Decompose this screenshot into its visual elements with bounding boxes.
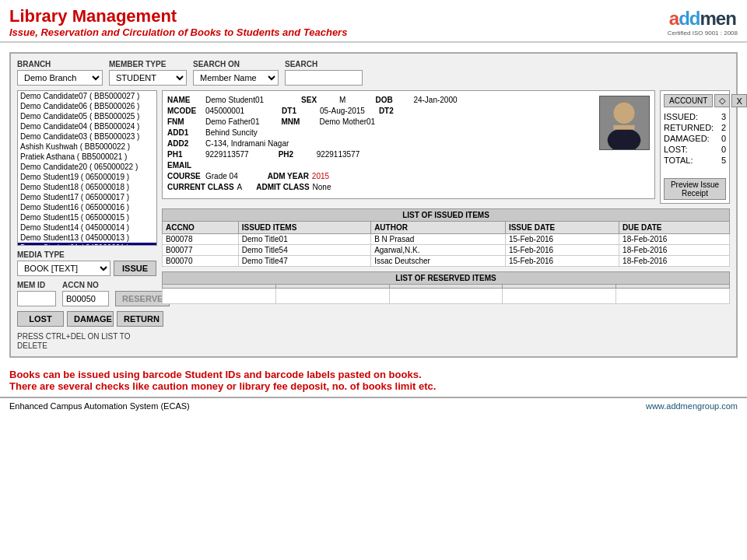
member-list-item[interactable]: Pratiek Asthana ( BB5000021 ) xyxy=(18,152,156,162)
media-type-select[interactable]: BOOK [TEXT] xyxy=(17,261,110,276)
table-row: B00077Demo Title54Agarwal,N.K.15-Feb-201… xyxy=(163,245,730,256)
mcode-value: 045000001 xyxy=(205,107,244,115)
right-panel: NAME Demo Student01 SEX M DOB 24-Jan-200… xyxy=(162,90,730,350)
email-label: EMAIL xyxy=(167,161,202,170)
branch-select[interactable]: Demo Branch xyxy=(17,70,103,86)
table-row: B00070Demo Title47Issac Deutscher15-Feb-… xyxy=(163,256,730,267)
lost-value: 0 xyxy=(721,145,726,154)
member-type-group: MEMBER TYPE STUDENT xyxy=(109,60,187,86)
col-due-date: DUE DATE xyxy=(619,222,730,234)
admit-class-value: None xyxy=(313,183,331,191)
reserved-items-table xyxy=(162,284,730,304)
mem-id-label: MEM ID xyxy=(17,281,56,289)
search-input[interactable] xyxy=(285,70,363,86)
member-list-item[interactable]: Demo Candidate20 ( 065000022 ) xyxy=(18,162,156,172)
dob-label: DOB xyxy=(375,96,410,104)
member-list-item[interactable]: Demo Candidate04 ( BB5000024 ) xyxy=(18,121,156,131)
add1-value: Behind Suncity xyxy=(205,128,258,137)
add1-label: ADD1 xyxy=(167,128,202,137)
issued-items-section: LIST OF ISSUED ITEMS ACCNO ISSUED ITEMS … xyxy=(162,208,730,267)
member-list-item[interactable]: Demo Student14 ( 045000014 ) xyxy=(18,222,156,233)
add2-label: ADD2 xyxy=(167,139,202,148)
student-info-box: NAME Demo Student01 SEX M DOB 24-Jan-200… xyxy=(162,90,655,199)
member-list[interactable]: Demo Candidate07 ( BB5000027 )Demo Candi… xyxy=(17,90,157,246)
close-button[interactable]: X xyxy=(731,94,746,107)
return-button[interactable]: RETURN xyxy=(117,311,163,327)
hint-text: PRESS CTRL+DEL ON LIST TO DELETE xyxy=(17,331,157,350)
mcode-label: MCODE xyxy=(167,107,202,115)
dt2-label: DT2 xyxy=(379,107,414,115)
search-on-label: SEARCH ON xyxy=(193,60,279,68)
damage-button[interactable]: DAMAGE xyxy=(67,311,114,327)
main-panel: BRANCH Demo Branch MEMBER TYPE STUDENT S… xyxy=(9,52,738,358)
damaged-label: DAMAGED: xyxy=(664,134,710,143)
dt1-label: DT1 xyxy=(282,107,317,115)
accn-input[interactable] xyxy=(62,291,109,306)
member-list-item[interactable]: Ashish Kushwah ( BB5000022 ) xyxy=(18,142,156,152)
logo-dd: dd xyxy=(679,8,700,29)
refresh-button[interactable]: ◇ xyxy=(714,94,730,107)
header-left: Library Management Issue, Reservation an… xyxy=(9,6,347,38)
svg-rect-3 xyxy=(613,125,634,130)
member-list-item[interactable]: Demo Candidate05 ( BB5000025 ) xyxy=(18,111,156,121)
adm-year-value: 2015 xyxy=(312,172,329,180)
dob-value: 24-Jan-2000 xyxy=(413,96,457,104)
member-list-item[interactable]: Demo Student15 ( 065000015 ) xyxy=(18,212,156,222)
total-label: TOTAL: xyxy=(664,156,693,165)
logo: addmen Certified ISO 9001 : 2008 xyxy=(668,8,738,37)
issued-value: 3 xyxy=(721,112,726,121)
lost-stat: LOST: 0 xyxy=(664,145,726,154)
preview-area: Preview Issue Receipt xyxy=(664,170,726,200)
logo-a: a xyxy=(669,8,679,29)
returned-label: RETURNED: xyxy=(664,123,714,132)
add2-row: ADD2 C-134, Indramani Nagar xyxy=(167,139,593,148)
student-section: NAME Demo Student01 SEX M DOB 24-Jan-200… xyxy=(162,90,730,204)
mnm-value: Demo Mother01 xyxy=(319,117,375,126)
account-button[interactable]: ACCOUNT xyxy=(664,94,713,107)
col-issued-items: ISSUED ITEMS xyxy=(238,222,370,234)
member-list-item[interactable]: Demo Student17 ( 065000017 ) xyxy=(18,192,156,202)
class-row: CURRENT CLASS A ADMIT CLASS None xyxy=(167,183,593,191)
account-sidebar: ACCOUNT ◇ X ISSUED: 3 RETURNED: 2 xyxy=(660,90,730,204)
sex-label: SEX xyxy=(301,96,336,104)
member-list-item[interactable]: Demo Student19 ( 065000019 ) xyxy=(18,172,156,182)
member-list-item[interactable]: Demo Student18 ( 065000018 ) xyxy=(18,182,156,192)
name-value: Demo Student01 xyxy=(205,96,264,104)
fnm-label: FNM xyxy=(167,117,202,126)
member-list-item[interactable]: Demo Candidate03 ( BB5000023 ) xyxy=(18,131,156,142)
left-panel: Demo Candidate07 ( BB5000027 )Demo Candi… xyxy=(17,90,157,350)
logo-brand: addmen xyxy=(669,8,736,30)
member-list-item[interactable]: Demo Candidate07 ( BB5000027 ) xyxy=(18,91,156,101)
photo-svg xyxy=(600,96,649,150)
returned-value: 2 xyxy=(721,123,726,132)
add1-row: ADD1 Behind Suncity xyxy=(167,128,593,137)
lost-button[interactable]: LOST xyxy=(17,311,64,327)
accn-label: ACCN NO xyxy=(62,281,109,289)
mcode-row: MCODE 045000001 DT1 05-Aug-2015 DT2 xyxy=(167,107,593,115)
issue-button[interactable]: ISSUE xyxy=(114,261,156,276)
damaged-stat: DAMAGED: 0 xyxy=(664,134,726,143)
reserved-items-section: LIST OF RESERVED ITEMS xyxy=(162,271,730,304)
svg-point-1 xyxy=(613,103,634,124)
member-list-item[interactable]: Demo Student16 ( 065000016 ) xyxy=(18,202,156,212)
member-type-select[interactable]: STUDENT xyxy=(109,70,187,86)
action-buttons-row: LOST DAMAGE RETURN xyxy=(17,311,157,327)
search-on-select[interactable]: Member Name xyxy=(193,70,279,86)
member-list-item[interactable]: Demo Student13 ( 045000013 ) xyxy=(18,233,156,243)
hint-label: PRESS CTRL+DEL ON LIST TO DELETE xyxy=(17,332,131,350)
mem-id-input[interactable] xyxy=(17,291,56,306)
ph2-value: 9229113577 xyxy=(317,150,360,159)
name-label: NAME xyxy=(167,96,202,104)
branch-group: BRANCH Demo Branch xyxy=(17,60,103,86)
issued-items-header-row: ACCNO ISSUED ITEMS AUTHOR ISSUE DATE DUE… xyxy=(163,222,730,234)
member-list-item[interactable]: Demo Student01 ( 045000001 ) xyxy=(18,243,156,246)
main-area: BRANCH Demo Branch MEMBER TYPE STUDENT S… xyxy=(0,43,747,364)
issued-stat: ISSUED: 3 xyxy=(664,112,726,121)
course-row: COURSE Grade 04 ADM YEAR 2015 xyxy=(167,172,593,180)
total-stat: TOTAL: 5 xyxy=(664,156,726,165)
reserved-items-title: LIST OF RESERVED ITEMS xyxy=(162,271,730,284)
preview-issue-receipt-button[interactable]: Preview Issue Receipt xyxy=(664,178,726,200)
red-note-line1: Books can be issued using barcode Studen… xyxy=(9,369,738,380)
member-list-item[interactable]: Demo Candidate06 ( BB5000026 ) xyxy=(18,101,156,111)
course-label: COURSE xyxy=(167,172,202,180)
